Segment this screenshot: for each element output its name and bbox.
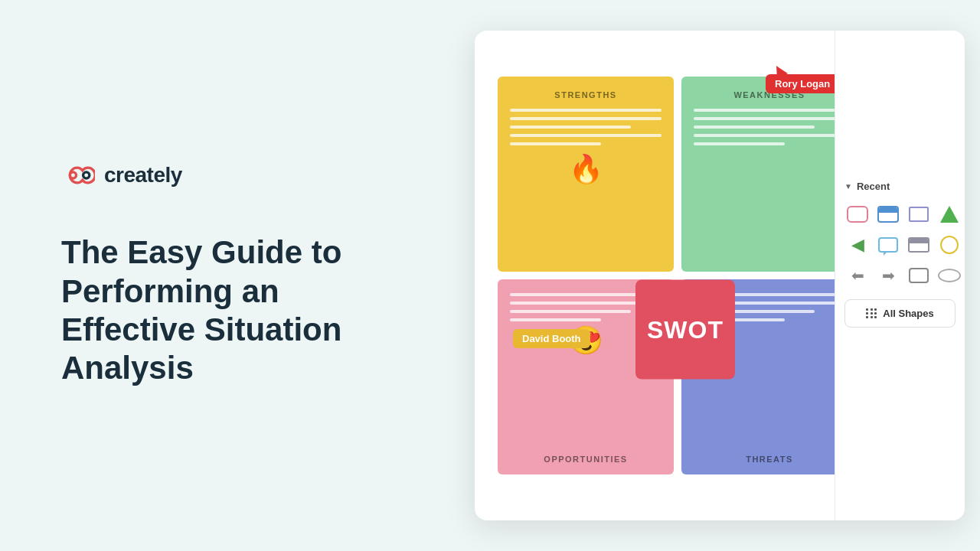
shape-arrow-right-outline-icon: ➡ [882,266,895,285]
cursor-rory: Rory Logan [766,65,839,93]
shape-triangle-icon [940,206,959,223]
shape-speech-icon [878,237,898,253]
recent-label: Recent [857,181,890,192]
grid-icon [866,308,877,319]
david-tooltip: David Booth [513,329,590,348]
shape-arrow-left-item[interactable]: ◀ [844,232,871,258]
shape-circle-yellow-icon [940,236,959,254]
shape-comment-item[interactable] [906,262,932,289]
chevron-down-icon: ▼ [844,182,852,191]
opportunities-label: OPPORTUNITIES [544,455,627,464]
shape-circle-yellow-item[interactable] [936,232,962,258]
strengths-label: STRENGTHS [554,90,616,99]
cursor-david: David Booth [513,329,590,348]
logo-text: creately [104,163,182,187]
shape-oval-item[interactable] [936,262,962,289]
right-panel: Rory Logan David Booth STRENGTHS 🔥 [475,0,980,551]
shape-oval-icon [938,269,961,282]
shape-rounded-rect-icon [847,206,868,223]
weaknesses-lines [694,109,845,145]
swot-center: SWOT [635,280,735,380]
recent-section-header: ▼ Recent [844,181,956,192]
swot-strengths: STRENGTHS 🔥 [498,77,674,272]
shape-comment-icon [909,268,929,283]
shapes-grid-row1: ◀ ⬅ ➡ [844,201,956,289]
shape-arrow-right-outline-item[interactable]: ➡ [875,262,901,289]
svg-point-1 [83,172,90,178]
shape-arrow-left-outline-item[interactable]: ⬅ [844,262,871,289]
shape-triangle-item[interactable] [936,201,962,227]
canvas-area[interactable]: Rory Logan David Booth STRENGTHS 🔥 [475,31,965,520]
all-shapes-button[interactable]: All Shapes [844,299,956,328]
shape-rect-icon [909,207,929,222]
swot-center-text: SWOT [647,315,724,344]
shape-arrow-left-outline-icon: ⬅ [851,266,864,285]
strengths-lines [510,109,662,145]
shape-card-icon [877,206,899,223]
swot-weaknesses: WEAKNESSES [681,77,858,272]
fire-emoji: 🔥 [569,153,603,185]
shape-card-item[interactable] [875,201,901,227]
svg-point-0 [70,172,76,178]
logo-icon [61,165,95,186]
shape-browser-icon [908,237,929,253]
left-panel: creately The Easy Guide to Performing an… [0,117,475,434]
swot-grid: STRENGTHS 🔥 WEAKNESSES [498,77,873,513]
shape-arrow-left-icon: ◀ [851,235,864,255]
all-shapes-label: All Shapes [883,308,933,319]
page-headline: The Easy Guide to Performing an Effectiv… [61,233,429,388]
shapes-sidebar: ▼ Recent ◀ [835,31,965,520]
logo: creately [61,163,429,187]
threats-label: THREATS [746,455,793,464]
shape-speech-item[interactable] [875,232,901,258]
shape-browser-item[interactable] [906,232,932,258]
shape-rect-item[interactable] [906,201,932,227]
shape-rounded-rect-item[interactable] [844,201,871,227]
